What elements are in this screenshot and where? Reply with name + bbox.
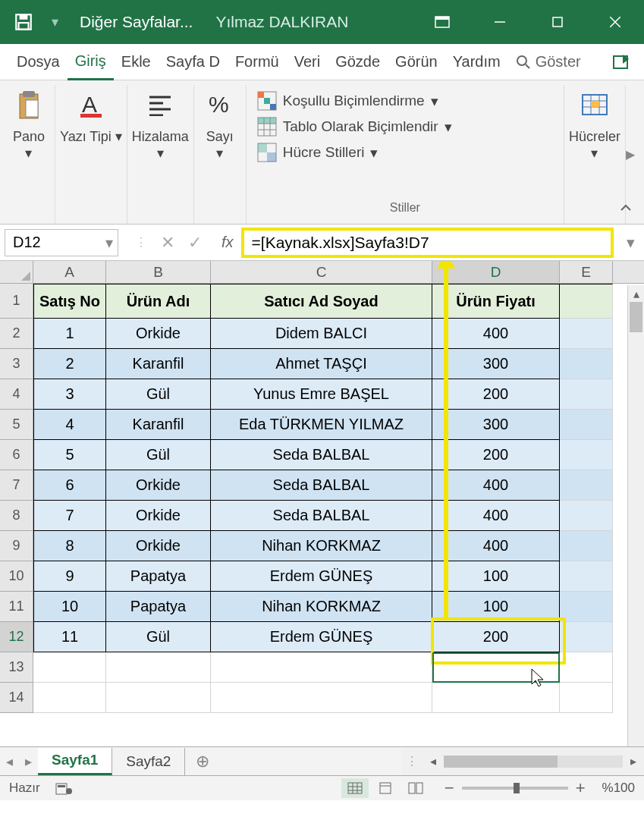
header-cell[interactable]: Ürün Fiyatı: [432, 284, 560, 319]
cell[interactable]: 9: [33, 561, 106, 592]
formula-input[interactable]: =[Kaynak.xlsx]Sayfa3!D7 ▾: [241, 228, 614, 258]
row-header[interactable]: 9: [0, 531, 33, 561]
cell[interactable]: [560, 592, 613, 622]
spreadsheet-grid[interactable]: A B C D E 1 Satış No Ürün Adı Satıcı Ad …: [0, 261, 644, 746]
collapse-ribbon-icon[interactable]: [618, 201, 638, 221]
scroll-up-icon[interactable]: ▴: [628, 285, 644, 302]
fx-icon[interactable]: fx: [221, 234, 234, 251]
cell[interactable]: Seda BALBAL: [211, 501, 432, 531]
zoom-out-button[interactable]: −: [445, 778, 454, 798]
header-cell[interactable]: Satış No: [33, 284, 106, 319]
cell[interactable]: [560, 410, 613, 440]
cell[interactable]: Gül: [106, 440, 211, 470]
cell[interactable]: Seda BALBAL: [211, 440, 432, 470]
row-header[interactable]: 8: [0, 501, 33, 531]
cell[interactable]: 200: [432, 440, 560, 470]
cell[interactable]: 3: [33, 379, 106, 410]
tell-me-search[interactable]: Göster: [516, 53, 581, 71]
cell[interactable]: 10: [33, 592, 106, 622]
sheet-tab-2[interactable]: Sayfa2: [112, 748, 185, 775]
cell[interactable]: [560, 379, 613, 410]
cell[interactable]: [432, 683, 560, 713]
cell[interactable]: Nihan KORKMAZ: [211, 592, 432, 622]
cell[interactable]: [560, 531, 613, 561]
cell[interactable]: 300: [432, 410, 560, 440]
cell[interactable]: 200: [432, 622, 560, 652]
row-header[interactable]: 4: [0, 379, 33, 410]
conditional-formatting-button[interactable]: Koşullu Biçimlendirme ▾: [257, 91, 438, 111]
cell[interactable]: [560, 501, 613, 531]
share-icon[interactable]: [612, 53, 630, 71]
tab-review[interactable]: Gözde: [328, 44, 388, 80]
font-button[interactable]: A: [70, 86, 112, 123]
row-header[interactable]: 6: [0, 440, 33, 470]
col-header-b[interactable]: B: [106, 261, 211, 283]
cell[interactable]: 1: [33, 319, 106, 349]
cell[interactable]: 4: [33, 410, 106, 440]
scroll-thumb[interactable]: [630, 302, 642, 332]
cell[interactable]: Papatya: [106, 561, 211, 592]
zoom-slider[interactable]: [462, 787, 568, 790]
header-cell[interactable]: Satıcı Ad Soyad: [211, 284, 432, 319]
hscroll-thumb[interactable]: [444, 756, 558, 768]
number-button[interactable]: %: [199, 86, 241, 123]
row-header[interactable]: 3: [0, 349, 33, 379]
accept-formula-icon[interactable]: ✓: [188, 233, 202, 253]
hscroll-left-icon[interactable]: ◂: [423, 754, 444, 768]
minimize-button[interactable]: [471, 0, 529, 44]
sheet-tab-1[interactable]: Sayfa1: [38, 748, 112, 775]
cell[interactable]: 400: [432, 319, 560, 349]
row-header[interactable]: 5: [0, 410, 33, 440]
maximize-button[interactable]: [529, 0, 586, 44]
col-header-e[interactable]: E: [560, 261, 613, 283]
paste-button[interactable]: [8, 86, 50, 123]
tab-data[interactable]: Veri: [287, 44, 328, 80]
cell[interactable]: [560, 622, 613, 652]
close-button[interactable]: [586, 0, 644, 44]
cell[interactable]: 200: [432, 379, 560, 410]
tab-file[interactable]: Dosya: [9, 44, 68, 80]
cell[interactable]: Gül: [106, 622, 211, 652]
cell[interactable]: 2: [33, 349, 106, 379]
tab-insert[interactable]: Ekle: [114, 44, 159, 80]
cell[interactable]: 400: [432, 470, 560, 501]
ribbon-display-icon[interactable]: [421, 0, 463, 44]
cell[interactable]: [560, 652, 613, 683]
cell[interactable]: 300: [432, 349, 560, 379]
cell[interactable]: 5: [33, 440, 106, 470]
cell[interactable]: Yunus Emre BAŞEL: [211, 379, 432, 410]
cell[interactable]: 100: [432, 592, 560, 622]
cell[interactable]: 6: [33, 470, 106, 501]
tab-help[interactable]: Yardım: [445, 44, 508, 80]
cell[interactable]: [560, 349, 613, 379]
cell[interactable]: [106, 683, 211, 713]
row-header[interactable]: 14: [0, 683, 33, 713]
cell[interactable]: 11: [33, 622, 106, 652]
format-as-table-button[interactable]: Tablo Olarak Biçimlendir ▾: [257, 117, 452, 137]
cell[interactable]: [560, 440, 613, 470]
col-header-a[interactable]: A: [33, 261, 106, 283]
tab-home[interactable]: Giriş: [68, 44, 114, 80]
cell[interactable]: [211, 652, 432, 683]
select-all-corner[interactable]: [0, 261, 33, 283]
add-sheet-button[interactable]: ⊕: [185, 752, 220, 771]
horizontal-scrollbar[interactable]: ⋮ ◂ ▸: [401, 748, 644, 775]
view-page-break-button[interactable]: [402, 778, 429, 798]
name-box[interactable]: D12 ▾: [5, 229, 118, 256]
cell[interactable]: Orkide: [106, 319, 211, 349]
cell[interactable]: [560, 284, 613, 319]
qat-customize-icon[interactable]: ▾: [52, 14, 58, 30]
header-cell[interactable]: Ürün Adı: [106, 284, 211, 319]
row-header[interactable]: 11: [0, 592, 33, 622]
tab-view[interactable]: Görün: [388, 44, 445, 80]
alignment-button[interactable]: [139, 86, 181, 123]
zoom-level[interactable]: %100: [602, 781, 635, 796]
cell[interactable]: Gül: [106, 379, 211, 410]
sheet-nav-prev[interactable]: ◂: [0, 753, 19, 770]
cell[interactable]: [560, 683, 613, 713]
cells-button[interactable]: [573, 86, 616, 123]
cell[interactable]: [560, 470, 613, 501]
col-header-d[interactable]: D: [432, 261, 560, 283]
cell[interactable]: 100: [432, 561, 560, 592]
cell[interactable]: [560, 319, 613, 349]
